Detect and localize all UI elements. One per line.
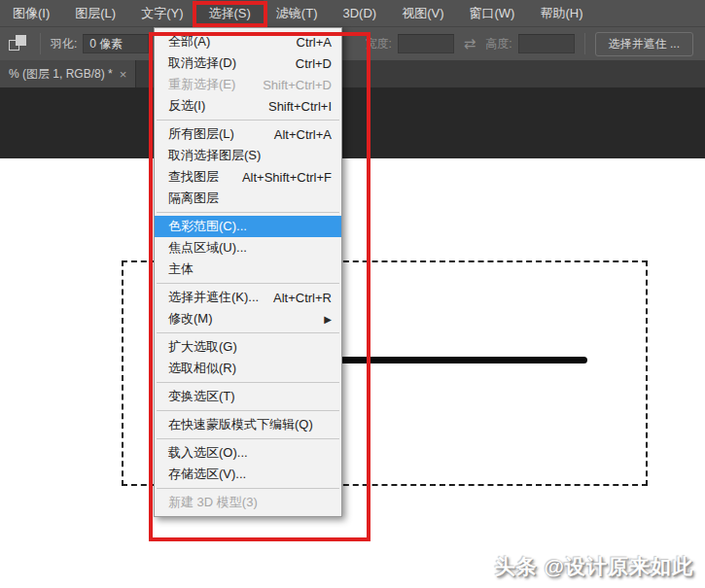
menubar-item-type[interactable]: 文字(Y): [128, 0, 195, 26]
menu-item[interactable]: 载入选区(O)...: [155, 442, 341, 464]
height-label: 高度:: [485, 36, 511, 52]
menu-item[interactable]: 存储选区(V)...: [155, 464, 341, 485]
divider: [40, 33, 41, 54]
menu-separator: [157, 488, 339, 489]
menubar-item-select[interactable]: 选择(S): [196, 0, 264, 26]
menu-item-label: 取消选择图层(S): [168, 147, 261, 164]
menubar-item-filter[interactable]: 滤镜(T): [264, 0, 331, 26]
menu-item-label: 新建 3D 模型(3): [168, 494, 258, 511]
menu-item[interactable]: 修改(M)▶: [155, 308, 341, 329]
menu-item-label: 所有图层(L): [168, 125, 234, 143]
document-tab-title: % (图层 1, RGB/8) *: [9, 66, 113, 83]
menu-separator: [157, 410, 339, 411]
menu-item[interactable]: 在快速蒙版模式下编辑(Q): [155, 414, 341, 435]
menu-item[interactable]: 选取相似(R): [155, 358, 341, 379]
select-menu-dropdown: 全部(A)Ctrl+A取消选择(D)Ctrl+D重新选择(E)Shift+Ctr…: [154, 27, 342, 517]
feather-input[interactable]: 0 像素: [83, 34, 149, 53]
menu-item-label: 载入选区(O)...: [168, 444, 248, 462]
menu-item[interactable]: 取消选择(D)Ctrl+D: [155, 52, 341, 74]
menu-item[interactable]: 反选(I)Shift+Ctrl+I: [155, 95, 341, 117]
width-label: 宽度:: [365, 36, 391, 52]
selection-square-front: [16, 35, 26, 46]
menu-item[interactable]: 扩大选取(G): [155, 336, 341, 358]
menu-item[interactable]: 新建 3D 模型(3): [155, 492, 341, 513]
menu-item-label: 重新选择(E): [168, 76, 235, 93]
menu-separator: [157, 382, 339, 383]
menu-item-label: 变换选区(T): [168, 388, 235, 405]
menu-item[interactable]: 主体: [155, 259, 341, 280]
menu-item[interactable]: 变换选区(T): [155, 386, 341, 407]
menu-item-label: 修改(M): [168, 310, 213, 328]
menu-separator: [157, 283, 339, 284]
black-stroke-line: [329, 357, 587, 363]
menubar-item-view[interactable]: 视图(V): [389, 0, 456, 26]
menu-item-label: 反选(I): [168, 97, 205, 115]
menu-separator: [157, 332, 339, 333]
menu-item-shortcut: Alt+Shift+Ctrl+F: [242, 170, 332, 185]
menu-separator: [157, 212, 339, 213]
menu-item-label: 选取相似(R): [168, 360, 236, 377]
menu-item-shortcut: Ctrl+D: [296, 56, 332, 71]
menu-separator: [157, 438, 339, 439]
menu-item[interactable]: 隔离图层: [155, 188, 341, 209]
width-input[interactable]: [398, 34, 454, 53]
menu-item-label: 取消选择(D): [168, 54, 236, 72]
menubar-item-image[interactable]: 图像(I): [0, 0, 62, 26]
close-icon[interactable]: ×: [120, 67, 127, 82]
menu-item-label: 在快速蒙版模式下编辑(Q): [168, 416, 313, 433]
menu-item-label: 焦点区域(U)...: [168, 239, 247, 257]
canvas-dark-surround: [0, 87, 705, 158]
menu-item[interactable]: 焦点区域(U)...: [155, 237, 341, 259]
menu-item[interactable]: 选择并遮住(K)...Alt+Ctrl+R: [155, 287, 341, 308]
height-input[interactable]: [518, 34, 575, 53]
tool-options-bar: 羽化: 0 像素 宽度: ⇄ 高度: 选择并遮住 ...: [0, 27, 705, 60]
menu-item-label: 隔离图层: [168, 190, 219, 207]
menu-item-label: 主体: [168, 260, 194, 278]
menu-item-label: 查找图层: [168, 168, 219, 186]
document-tab-bar: % (图层 1, RGB/8) * ×: [0, 60, 705, 87]
menu-separator: [157, 120, 339, 121]
menu-item-shortcut: Ctrl+A: [297, 35, 332, 50]
menu-item-label: 全部(A): [168, 33, 210, 51]
menubar-item-3d[interactable]: 3D(D): [330, 0, 389, 26]
menu-item-label: 存储选区(V)...: [168, 466, 246, 483]
menubar-item-select-label: 选择(S): [209, 5, 251, 22]
menu-item-label: 选择并遮住(K)...: [168, 289, 259, 306]
feather-label: 羽化:: [51, 36, 77, 52]
menu-item[interactable]: 重新选择(E)Shift+Ctrl+D: [155, 74, 341, 95]
watermark-text: 头条 @设计原来如此: [495, 553, 693, 580]
submenu-arrow-icon: ▶: [324, 314, 332, 325]
menubar-item-window[interactable]: 窗口(W): [456, 0, 527, 26]
menu-item[interactable]: 取消选择图层(S): [155, 145, 341, 166]
menu-item[interactable]: 色彩范围(C)...: [155, 216, 341, 237]
divider: [584, 33, 585, 54]
canvas-area: 头条 @设计原来如此: [0, 87, 705, 588]
document-tab[interactable]: % (图层 1, RGB/8) * ×: [0, 60, 136, 87]
selection-mode-icon[interactable]: [9, 35, 30, 52]
menu-item-label: 色彩范围(C)...: [168, 218, 247, 235]
menu-item-shortcut: Shift+Ctrl+I: [268, 99, 332, 114]
menu-item[interactable]: 所有图层(L)Alt+Ctrl+A: [155, 123, 341, 145]
menu-item-shortcut: Alt+Ctrl+R: [273, 291, 332, 305]
menubar-item-layer[interactable]: 图层(L): [62, 0, 128, 26]
menubar-item-help[interactable]: 帮助(H): [527, 0, 595, 26]
menu-item-label: 扩大选取(G): [168, 338, 237, 356]
menu-bar: 图像(I) 图层(L) 文字(Y) 选择(S) 滤镜(T) 3D(D) 视图(V…: [0, 0, 705, 27]
menu-item[interactable]: 查找图层Alt+Shift+Ctrl+F: [155, 166, 341, 188]
menu-item-shortcut: Shift+Ctrl+D: [263, 78, 332, 92]
swap-width-height-icon[interactable]: ⇄: [464, 35, 476, 52]
menu-item[interactable]: 全部(A)Ctrl+A: [155, 31, 341, 52]
select-and-mask-button[interactable]: 选择并遮住 ...: [595, 32, 693, 56]
photoshop-window: 图像(I) 图层(L) 文字(Y) 选择(S) 滤镜(T) 3D(D) 视图(V…: [0, 0, 705, 588]
menu-item-shortcut: Alt+Ctrl+A: [274, 127, 332, 142]
